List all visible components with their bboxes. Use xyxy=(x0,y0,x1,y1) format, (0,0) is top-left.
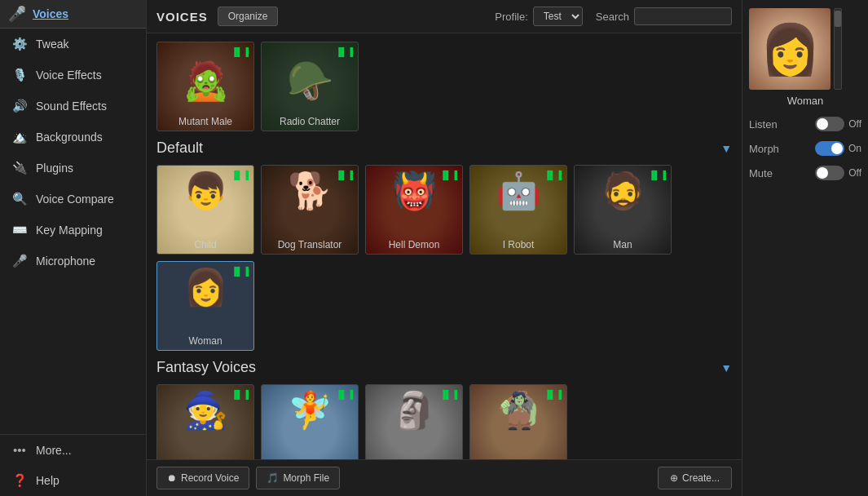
listen-toggle-container: Off xyxy=(815,117,861,131)
voice-card-label: Nasty Gnome xyxy=(470,458,566,459)
section-title-fantasy: Fantasy Voices xyxy=(156,359,256,376)
sidebar-bottom: ••• More... ❓ Help xyxy=(0,434,146,496)
sidebar-item-label: Plugins xyxy=(36,162,73,175)
mute-toggle[interactable] xyxy=(815,166,844,180)
voice-avatar-child: 👦 xyxy=(157,170,253,212)
profile-section: Profile: Test Search xyxy=(495,7,732,26)
mute-state: Off xyxy=(848,167,861,179)
sidebar-item-voice-effects[interactable]: 🎙️ Voice Effects xyxy=(0,60,146,91)
sidebar-item-label: Voice Compare xyxy=(36,193,114,206)
backgrounds-icon: 🏔️ xyxy=(11,130,28,144)
section-collapse-default[interactable]: ▼ xyxy=(720,142,732,155)
sidebar-item-backgrounds[interactable]: 🏔️ Backgrounds xyxy=(0,122,146,153)
morph-toggle-container: On xyxy=(815,141,861,156)
search-label: Search xyxy=(596,11,629,23)
plugins-icon: 🔌 xyxy=(11,161,28,175)
voice-card-mutant-male[interactable]: ▐▌▐ 🧟 Mutant Male xyxy=(156,42,254,131)
main-content: VOICES Organize Profile: Test Search ▐▌▐… xyxy=(147,0,742,496)
voice-card-label: I Robot xyxy=(470,239,566,250)
sidebar-item-tweak[interactable]: ⚙️ Tweak xyxy=(0,29,146,60)
sidebar-item-help[interactable]: ❓ Help xyxy=(0,465,146,496)
sidebar-item-key-mapping[interactable]: ⌨️ Key Mapping xyxy=(0,215,146,246)
profile-label: Profile: xyxy=(495,11,527,23)
create-label: Create... xyxy=(682,472,720,484)
voice-card-label: Female Pixie xyxy=(262,458,358,459)
sidebar-item-label: Microphone xyxy=(36,255,95,268)
sidebar-item-label: Backgrounds xyxy=(36,131,103,144)
record-voice-button[interactable]: ⏺ Record Voice xyxy=(156,467,249,489)
sidebar-item-plugins[interactable]: 🔌 Plugins xyxy=(0,153,146,184)
voice-card-dog-translator[interactable]: ▐▌▐ 🐕 Dog Translator xyxy=(261,165,359,255)
create-icon: ⊕ xyxy=(670,472,678,484)
voice-avatar-dwarf: 🧙 xyxy=(157,389,253,432)
morph-toggle[interactable] xyxy=(815,141,844,156)
right-panel-avatar-wrap: 👩 xyxy=(749,8,861,90)
sidebar-item-microphone[interactable]: 🎤 Microphone xyxy=(0,246,146,277)
sidebar-item-voice-compare[interactable]: 🔍 Voice Compare xyxy=(0,184,146,215)
mute-label: Mute xyxy=(749,167,773,179)
listen-toggle[interactable] xyxy=(815,117,844,131)
voice-avatar-hell: 👹 xyxy=(366,170,462,212)
microphone-icon: 🎤 xyxy=(11,254,28,268)
listen-state: Off xyxy=(848,118,861,130)
avatar-scrollbar-thumb xyxy=(835,11,841,27)
listen-control: Listen Off xyxy=(749,117,861,131)
voice-card-label: Radio Chatter xyxy=(262,116,358,127)
sound-effects-icon: 🔊 xyxy=(11,99,28,113)
voice-avatar-dog: 🐕 xyxy=(262,170,358,212)
app-icon: 🎤 xyxy=(8,5,26,23)
voice-card-label: Hell Demon xyxy=(366,239,462,250)
morph-control: Morph On xyxy=(749,141,861,156)
voice-card-label: Child xyxy=(157,239,253,250)
voice-card-man[interactable]: ▐▌▐ 🧔 Man xyxy=(574,165,672,255)
voice-card-child[interactable]: ▐▌▐ 👦 Child xyxy=(156,165,254,255)
key-mapping-icon: ⌨️ xyxy=(11,223,28,237)
section-title-default: Default xyxy=(156,140,203,157)
sidebar-item-label: Help xyxy=(36,474,59,487)
voice-card-label: Dog Translator xyxy=(262,239,358,250)
voice-avatar-robot: 🤖 xyxy=(470,170,566,212)
voice-card-hell-demon[interactable]: ▐▌▐ 👹 Hell Demon xyxy=(365,165,463,255)
bottombar: ⏺ Record Voice 🎵 Morph File ⊕ Create... xyxy=(147,459,742,496)
voice-avatar-woman: 👩 xyxy=(157,266,253,308)
sidebar-header-label[interactable]: Voices xyxy=(33,7,68,20)
morph-file-button[interactable]: 🎵 Morph File xyxy=(256,467,340,489)
morph-label: Morph xyxy=(749,143,779,155)
voice-compare-icon: 🔍 xyxy=(11,192,28,206)
voice-avatar-giant: 🗿 xyxy=(366,389,462,432)
create-button[interactable]: ⊕ Create... xyxy=(658,467,732,489)
voice-card-i-robot[interactable]: ▐▌▐ 🤖 I Robot xyxy=(469,165,567,255)
record-voice-label: Record Voice xyxy=(181,472,239,484)
sidebar-header[interactable]: 🎤 Voices xyxy=(0,0,146,29)
sidebar-item-label: Sound Effects xyxy=(36,100,107,113)
help-icon: ❓ xyxy=(11,473,28,488)
voice-area[interactable]: ▐▌▐ 🧟 Mutant Male ▐▌▐ 🪖 Radio Chatter De… xyxy=(147,33,742,459)
selected-voice-name: Woman xyxy=(787,95,824,107)
avatar-scrollbar[interactable] xyxy=(834,8,842,90)
selected-voice-emoji: 👩 xyxy=(760,20,821,78)
selected-voice-avatar: 👩 xyxy=(749,8,831,90)
voice-card-radio-chatter[interactable]: ▐▌▐ 🪖 Radio Chatter xyxy=(261,42,359,131)
default-grid: ▐▌▐ 👦 Child ▐▌▐ 🐕 Dog Translator ▐▌▐ 👹 H… xyxy=(156,165,732,351)
sidebar: 🎤 Voices ⚙️ Tweak 🎙️ Voice Effects 🔊 Sou… xyxy=(0,0,147,496)
section-collapse-fantasy[interactable]: ▼ xyxy=(720,361,732,374)
voice-card-nasty-gnome[interactable]: ▐▌▐ 🧌 Nasty Gnome xyxy=(469,384,567,459)
sidebar-item-label: Voice Effects xyxy=(36,69,102,82)
sidebar-item-sound-effects[interactable]: 🔊 Sound Effects xyxy=(0,91,146,122)
voice-card-female-pixie[interactable]: ▐▌▐ 🧚 Female Pixie xyxy=(261,384,359,459)
search-input[interactable] xyxy=(634,7,732,25)
voice-card-giant[interactable]: ▐▌▐ 🗿 Giant xyxy=(365,384,463,459)
organize-button[interactable]: Organize xyxy=(218,7,279,26)
sidebar-item-label: More... xyxy=(36,444,72,457)
right-panel: 👩 Woman Listen Off Morph On Mute Off xyxy=(742,0,868,496)
voice-avatar-pixie: 🧚 xyxy=(262,389,358,432)
voice-card-label: Woman xyxy=(157,335,253,347)
record-icon: ⏺ xyxy=(167,472,177,484)
voice-card-woman[interactable]: ▐▌▐ 👩 Woman xyxy=(156,261,254,351)
topbar: VOICES Organize Profile: Test Search xyxy=(147,0,742,33)
morph-state: On xyxy=(848,143,861,154)
voice-card-dwarf[interactable]: ▐▌▐ 🧙 Dwarf xyxy=(156,384,254,459)
profile-select[interactable]: Test xyxy=(533,7,583,26)
section-header-fantasy: Fantasy Voices ▼ xyxy=(156,359,732,376)
sidebar-item-more[interactable]: ••• More... xyxy=(0,435,146,465)
